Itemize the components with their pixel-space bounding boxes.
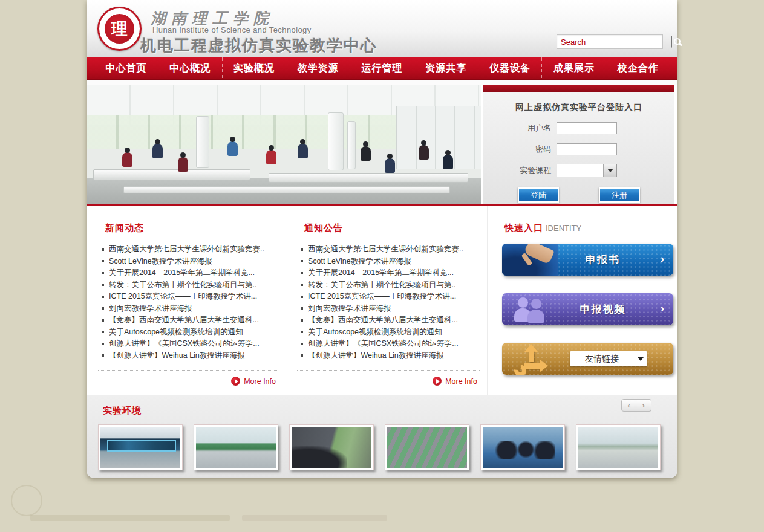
search-input[interactable] — [557, 36, 671, 48]
notices-more-link[interactable]: More Info — [297, 377, 477, 386]
nav-item-achievements[interactable]: 成果展示 — [541, 57, 606, 79]
news-list: 西南交通大学第七届大学生课外创新实验竞赛.. Scott LeVine教授学术讲… — [98, 244, 278, 362]
bullet-icon — [301, 272, 303, 274]
nav-item-home[interactable]: 中心首页 — [94, 57, 158, 79]
page-title: 机电工程虚拟仿真实验教学中心 — [140, 35, 377, 56]
nav-item-resources[interactable]: 教学资源 — [286, 57, 350, 79]
gallery-title: 实验环境 — [103, 405, 666, 417]
notice-item[interactable]: 【竞赛】西南交通大学第八届大学生交通科... — [297, 314, 480, 326]
footer-faint-text — [30, 515, 230, 521]
bullet-icon — [301, 354, 303, 357]
nav-item-experiment[interactable]: 实验概况 — [222, 57, 286, 79]
chevron-right-icon: › — [661, 252, 664, 265]
friend-links-banner: 友情链接 — [502, 343, 673, 375]
bullet-icon — [102, 272, 104, 274]
bullet-icon — [301, 331, 303, 333]
course-select-value[interactable] — [557, 164, 604, 177]
footer-faint-text — [242, 515, 387, 521]
register-button[interactable]: 注册 — [599, 187, 640, 203]
hand-touch-image — [502, 244, 558, 276]
news-item[interactable]: 创源大讲堂】《美国CSX铁路公司的运筹学... — [98, 338, 278, 350]
content: 新闻动态 西南交通大学第七届大学生课外创新实验竞赛.. Scott LeVine… — [87, 206, 677, 395]
bullet-icon — [301, 260, 303, 262]
news-item[interactable]: 西南交通大学第七届大学生课外创新实验竞赛.. — [98, 244, 278, 256]
chevron-down-icon[interactable] — [634, 354, 647, 364]
nav-item-operation[interactable]: 运行管理 — [350, 57, 414, 79]
login-panel-topbar — [483, 85, 674, 92]
dotted-divider — [98, 370, 278, 371]
lab-environment-section: 实验环境 ‹ › — [87, 395, 677, 478]
people-icon — [515, 297, 553, 324]
gallery-thumb-model-railway[interactable] — [385, 424, 469, 470]
play-icon — [433, 377, 442, 386]
notice-item[interactable]: 创源大讲堂】《美国CSX铁路公司的运筹学... — [297, 338, 480, 350]
news-item[interactable]: Scott LeVine教授学术讲座海报 — [98, 256, 278, 268]
header: 理 湖南理工学院 Hunan Institute of Science and … — [87, 0, 677, 57]
bullet-icon — [301, 248, 303, 251]
page-sheet: 理 湖南理工学院 Hunan Institute of Science and … — [87, 0, 677, 478]
bullet-icon — [102, 343, 104, 345]
news-item[interactable]: 关于Autoscope视频检测系统培训的通知 — [98, 326, 278, 339]
news-item[interactable]: 【创源大讲堂】Weihua Lin教授讲座海报 — [98, 350, 278, 362]
bullet-icon — [102, 284, 104, 286]
notices-title: 通知公告 — [304, 222, 480, 234]
bullet-icon — [301, 307, 303, 310]
gallery-next-button[interactable]: › — [636, 399, 651, 412]
news-more-link[interactable]: More Info — [98, 377, 276, 386]
login-form: 用户名 密码 实验课程 登陆 注册 — [483, 122, 674, 203]
news-item[interactable]: ICTE 2015嘉宾论坛——王印海教授学术讲... — [98, 291, 278, 303]
news-item[interactable]: 【竞赛】西南交通大学第八届大学生交通科... — [98, 314, 278, 326]
play-icon — [231, 377, 240, 386]
lab-photo — [87, 85, 481, 204]
news-item[interactable]: 转发：关于公布第十期个性化实验项目与第.. — [98, 279, 278, 291]
course-select[interactable] — [557, 164, 617, 177]
nav-item-overview[interactable]: 中心概况 — [158, 57, 222, 79]
nav-item-equipment[interactable]: 仪器设备 — [478, 57, 542, 79]
gallery-thumb-console-lab-2[interactable] — [576, 424, 661, 470]
bullet-icon — [301, 296, 303, 298]
news-item[interactable]: 关于开展2014—2015学年第二学期学科竞... — [98, 267, 278, 279]
bullet-icon — [301, 319, 303, 322]
notice-item[interactable]: 关于Autoscope视频检测系统培训的通知 — [297, 326, 480, 339]
report-form-button[interactable]: 申报书 › — [502, 244, 673, 276]
notice-item[interactable]: 刘向宏教授学术讲座海报 — [297, 303, 480, 315]
friend-links-select[interactable]: 友情链接 — [570, 351, 647, 366]
bullet-icon — [102, 248, 104, 251]
notice-item[interactable]: 关于开展2014—2015学年第二学期学科竞... — [297, 267, 480, 279]
login-title: 网上虚拟仿真实验平台登陆入口 — [483, 102, 674, 113]
notice-item[interactable]: Scott LeVine教授学术讲座海报 — [297, 256, 480, 268]
news-section: 新闻动态 西南交通大学第七届大学生课外创新实验竞赛.. Scott LeVine… — [98, 206, 286, 395]
nav-item-sharing[interactable]: 资源共享 — [414, 57, 478, 79]
bullet-icon — [102, 319, 104, 322]
bullet-icon — [102, 331, 104, 333]
chevron-down-icon[interactable] — [604, 164, 617, 177]
nav-item-cooperation[interactable]: 校企合作 — [606, 57, 670, 79]
quick-entry-title: 快速入口IDENTITY — [504, 222, 677, 234]
gallery-pager: ‹ › — [621, 399, 651, 412]
school-logo: 理 — [97, 7, 142, 51]
bullet-icon — [102, 354, 104, 357]
notices-list: 西南交通大学第七届大学生课外创新实验竞赛.. Scott LeVine教授学术讲… — [297, 244, 480, 362]
gallery-thumb-driving-simulator[interactable] — [289, 424, 374, 470]
notices-section: 通知公告 西南交通大学第七届大学生课外创新实验竞赛.. Scott LeVine… — [297, 206, 488, 395]
bullet-icon — [102, 307, 104, 310]
gallery-thumb-computer-lab[interactable] — [480, 424, 565, 470]
gallery-prev-button[interactable]: ‹ — [621, 399, 636, 412]
notice-item[interactable]: 西南交通大学第七届大学生课外创新实验竞赛.. — [297, 244, 480, 256]
username-input[interactable] — [557, 122, 617, 134]
notice-item[interactable]: 【创源大讲堂】Weihua Lin教授讲座海报 — [297, 350, 480, 362]
news-title: 新闻动态 — [105, 222, 278, 234]
notice-item[interactable]: 转发：关于公布第十期个性化实验项目与第.. — [297, 279, 480, 291]
bullet-icon — [102, 296, 104, 298]
school-seal-icon: 理 — [105, 14, 134, 44]
news-item[interactable]: 刘向宏教授学术讲座海报 — [98, 303, 278, 315]
gallery-thumb-console-lab[interactable] — [194, 424, 278, 470]
gallery-thumb-control-room[interactable] — [98, 424, 183, 470]
notice-item[interactable]: ICTE 2015嘉宾论坛——王印海教授学术讲... — [297, 291, 480, 303]
search-icon[interactable] — [671, 36, 672, 48]
dotted-divider — [297, 370, 480, 371]
footer — [0, 478, 764, 532]
report-video-button[interactable]: 申报视频 › — [502, 293, 673, 325]
login-button[interactable]: 登陆 — [518, 187, 559, 203]
password-input[interactable] — [557, 143, 617, 155]
